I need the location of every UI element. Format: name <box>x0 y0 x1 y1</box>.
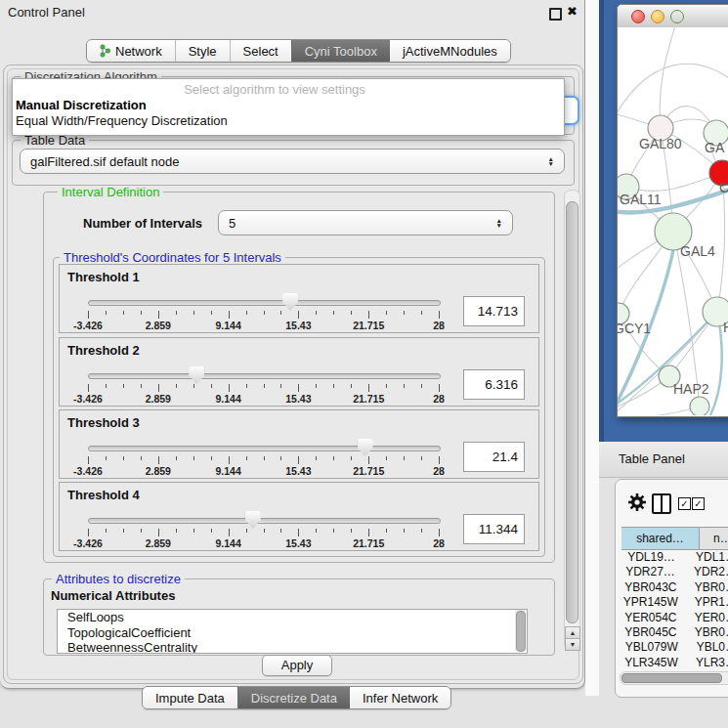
cell-name[interactable]: YLR3… <box>682 656 728 668</box>
bottom-tab-discretize-data[interactable]: Discretize Data <box>237 687 350 708</box>
cell-name[interactable]: YBR0… <box>681 625 728 640</box>
cell-name[interactable]: YBR0… <box>681 580 728 595</box>
table-data-selected: galFiltered.sif default node <box>30 154 179 169</box>
cell-name[interactable]: YPR1… <box>681 595 728 610</box>
threshold-2-value-field[interactable]: 6.316 <box>463 369 525 400</box>
minimize-traffic-light-icon[interactable] <box>651 10 664 23</box>
cell-shared-name[interactable]: YPR145W <box>621 595 681 610</box>
slider-track[interactable] <box>88 300 441 306</box>
attribute-list-item[interactable]: SelfLoops <box>58 610 527 625</box>
tick-mark <box>280 311 281 315</box>
split-columns-icon[interactable] <box>652 493 671 514</box>
tick-mark <box>88 311 89 319</box>
node-table[interactable]: shared… n… YDL19…YDL1…YDR27…YDR2…YBR043C… <box>621 527 728 668</box>
slider-tick-labels: -3.4262.8599.14415.4321.71528 <box>88 320 439 330</box>
threshold-1-row: Threshold 1 -3.4262.8599.14415.4321.7152… <box>59 264 539 333</box>
bottom-tab-infer-network[interactable]: Infer Network <box>350 687 450 708</box>
table-row[interactable]: YBR045CYBR0… <box>621 625 728 640</box>
table-row[interactable]: YDR27…YDR2… <box>621 565 728 579</box>
control-panel-window: Control Panel ✖ NetworkStyleSelectCyni T… <box>0 0 585 689</box>
tab-jactivemnodules[interactable]: jActiveMNodules <box>390 40 510 62</box>
apply-button[interactable]: Apply <box>262 655 332 676</box>
checkbox-icon[interactable]: ✓ <box>678 497 691 510</box>
attribute-list-item[interactable]: BetweennessCentrality <box>58 640 527 654</box>
cell-name[interactable]: YDR2… <box>680 565 728 579</box>
tick-label: 21.715 <box>353 537 384 549</box>
numerical-attributes-list[interactable]: SelfLoopsTopologicalCoefficientBetweenne… <box>57 609 528 654</box>
tick-mark <box>298 384 299 392</box>
threshold-4-value-field[interactable]: 11.344 <box>463 514 525 544</box>
cell-shared-name[interactable]: YBR045C <box>621 625 681 640</box>
network-canvas[interactable]: GAL80GACGAL11GAL4GCY1HHAP2 <box>618 27 728 415</box>
cell-shared-name[interactable]: YBR043C <box>621 580 681 595</box>
cell-shared-name[interactable]: YBL079W <box>621 640 683 655</box>
tick-mark <box>246 311 247 315</box>
close-icon[interactable]: ✖ <box>567 4 578 19</box>
algorithm-option-equal-width[interactable]: Equal Width/Frequency Discretization <box>13 113 564 129</box>
table-horizontal-scrollbar[interactable] <box>620 671 728 685</box>
tick-mark <box>176 311 177 315</box>
attributes-list-scrollbar[interactable] <box>515 610 525 651</box>
cell-name[interactable]: YER0… <box>681 611 728 625</box>
tick-mark <box>316 311 317 315</box>
tick-mark <box>368 529 369 536</box>
float-window-icon[interactable] <box>549 8 562 21</box>
table-row[interactable]: YLR345WYLR3… <box>621 656 728 668</box>
tick-mark <box>193 456 194 460</box>
slider-track[interactable] <box>88 518 441 524</box>
table-row[interactable]: YBL079WYBL0… <box>621 640 728 655</box>
threshold-2-slider[interactable]: -3.4262.8599.14415.4321.71528 <box>88 370 439 404</box>
algorithm-option-manual[interactable]: Manual Discretization <box>13 98 564 113</box>
cell-name[interactable]: YDL1… <box>682 550 728 565</box>
slider-track[interactable] <box>88 373 441 379</box>
tick-mark <box>193 529 194 533</box>
tab-label: Network <box>115 44 162 59</box>
threshold-1-value-field[interactable]: 14.713 <box>463 296 525 326</box>
cell-shared-name[interactable]: YDR27… <box>621 565 680 579</box>
tick-mark <box>386 456 387 460</box>
slider-thumb[interactable] <box>245 511 261 529</box>
cell-name[interactable]: YBL0… <box>683 640 728 655</box>
slider-thumb[interactable] <box>282 293 298 311</box>
tick-label: 15.43 <box>285 320 311 331</box>
zoom-traffic-light-icon[interactable] <box>670 10 684 23</box>
algorithm-prompt-option[interactable]: Select algorithm to view settings <box>13 82 534 98</box>
threshold-3-slider[interactable]: -3.4262.8599.14415.4321.71528 <box>88 443 439 476</box>
network-window-titlebar[interactable] <box>618 5 728 28</box>
tab-style[interactable]: Style <box>175 40 230 62</box>
slider-thumb[interactable] <box>189 366 204 384</box>
attribute-list-item[interactable]: TopologicalCoefficient <box>58 625 527 641</box>
table-row[interactable]: YBR043CYBR0… <box>621 580 728 595</box>
table-data-combobox[interactable]: galFiltered.sif default node ▲▼ <box>20 149 565 174</box>
tick-mark <box>264 456 265 460</box>
table-row[interactable]: YER054CYER0… <box>621 611 728 625</box>
close-traffic-light-icon[interactable] <box>631 10 645 23</box>
cell-shared-name[interactable]: YER054C <box>621 611 681 625</box>
num-intervals-combobox[interactable]: 5 ▲▼ <box>218 210 513 236</box>
scroll-down-arrow-icon[interactable]: ▼ <box>565 638 580 651</box>
slider-thumb[interactable] <box>358 439 373 456</box>
tab-network[interactable]: Network <box>87 40 175 62</box>
table-row[interactable]: YPR145WYPR1… <box>621 595 728 610</box>
tab-label: Cyni Toolbox <box>305 44 377 59</box>
cell-shared-name[interactable]: YLR345W <box>621 656 682 668</box>
tab-select[interactable]: Select <box>230 40 291 62</box>
column-header-name[interactable]: n… <box>700 528 728 549</box>
tick-label: 28 <box>433 320 445 331</box>
checkbox-icon[interactable]: ✓ <box>692 497 705 510</box>
table-row[interactable]: YDL19…YDL1… <box>621 550 728 565</box>
tick-label: 15.43 <box>285 393 311 405</box>
threshold-4-slider[interactable]: -3.4262.8599.14415.4321.71528 <box>88 515 439 548</box>
tick-mark <box>421 311 422 315</box>
bottom-tab-impute-data[interactable]: Impute Data <box>143 687 237 708</box>
threshold-3-value-field[interactable]: 21.4 <box>463 442 525 472</box>
toolbox-tabbar: NetworkStyleSelectCyni ToolboxjActiveMNo… <box>86 39 511 63</box>
column-header-shared-name[interactable]: shared… <box>621 528 700 549</box>
cell-shared-name[interactable]: YDL19… <box>621 550 682 565</box>
table-body: YDL19…YDL1…YDR27…YDR2…YBR043CYBR0…YPR145… <box>621 550 728 668</box>
gear-icon[interactable] <box>627 492 647 512</box>
settings-scrollbar-thumb[interactable] <box>566 201 578 623</box>
tab-cyni-toolbox[interactable]: Cyni Toolbox <box>291 40 390 62</box>
slider-track[interactable] <box>88 446 441 451</box>
threshold-1-slider[interactable]: -3.4262.8599.14415.4321.71528 <box>88 297 439 330</box>
